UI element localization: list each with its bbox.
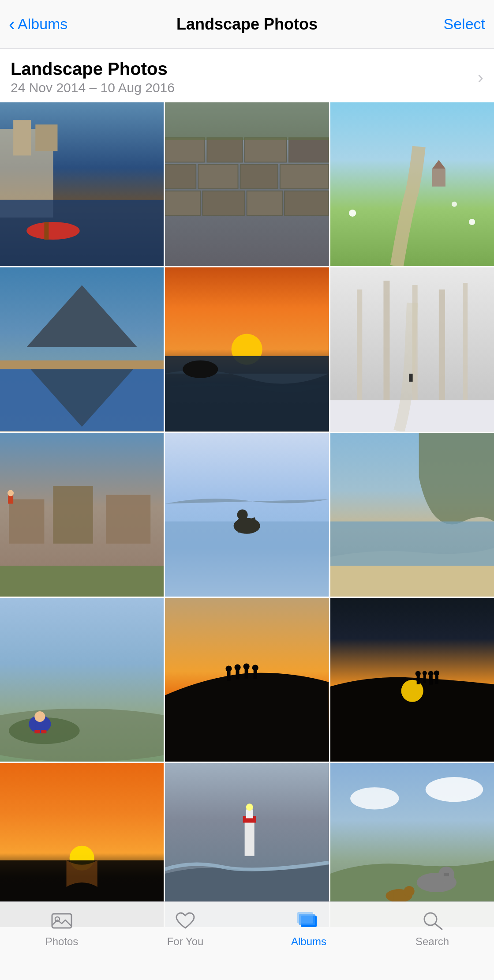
album-title: Landscape Photos <box>11 59 175 79</box>
album-info: Landscape Photos 24 Nov 2014 – 10 Aug 20… <box>11 59 175 95</box>
svg-rect-17 <box>203 191 245 215</box>
tab-albums[interactable]: Albums <box>247 910 370 948</box>
svg-line-110 <box>435 924 442 929</box>
svg-rect-82 <box>429 676 432 685</box>
photo-1[interactable] <box>0 102 164 266</box>
svg-rect-21 <box>330 102 494 266</box>
svg-rect-48 <box>0 566 164 597</box>
svg-marker-26 <box>432 160 445 169</box>
svg-rect-19 <box>284 191 329 215</box>
tab-for-you[interactable]: For You <box>124 910 247 948</box>
svg-rect-84 <box>435 676 438 684</box>
tab-photos[interactable]: Photos <box>0 910 124 948</box>
svg-rect-15 <box>280 165 329 189</box>
svg-point-101 <box>404 886 414 897</box>
svg-rect-14 <box>240 165 278 189</box>
svg-rect-63 <box>35 720 44 731</box>
svg-point-71 <box>235 665 241 671</box>
tab-photos-label: Photos <box>45 935 79 948</box>
svg-point-5 <box>26 222 79 240</box>
svg-rect-45 <box>9 499 44 543</box>
nav-title: Landscape Photos <box>176 15 318 34</box>
svg-point-97 <box>438 867 454 882</box>
svg-rect-58 <box>330 521 494 565</box>
photos-icon <box>49 910 75 931</box>
svg-rect-27 <box>0 267 164 431</box>
photo-3[interactable] <box>330 102 494 266</box>
svg-point-69 <box>226 666 232 672</box>
svg-point-102 <box>350 788 399 810</box>
svg-rect-72 <box>245 669 248 679</box>
svg-rect-31 <box>0 360 164 369</box>
svg-rect-91 <box>243 816 256 823</box>
svg-rect-3 <box>35 124 57 151</box>
svg-point-61 <box>9 717 80 744</box>
svg-rect-80 <box>423 675 426 683</box>
svg-rect-4 <box>0 200 164 267</box>
svg-point-23 <box>452 202 457 207</box>
svg-point-22 <box>349 210 356 217</box>
album-date-range: 24 Nov 2014 – 10 Aug 2016 <box>11 80 175 95</box>
photo-6[interactable] <box>330 267 494 431</box>
svg-rect-2 <box>13 120 31 155</box>
svg-rect-49 <box>8 495 13 503</box>
photo-8[interactable] <box>165 433 329 597</box>
svg-rect-8 <box>165 138 205 162</box>
svg-marker-30 <box>26 365 137 427</box>
svg-rect-1 <box>0 129 53 218</box>
svg-point-53 <box>234 518 260 533</box>
tab-for-you-label: For You <box>167 935 204 948</box>
svg-point-95 <box>416 873 456 892</box>
svg-rect-55 <box>251 517 258 529</box>
back-button[interactable]: ‹ Albums <box>9 15 67 34</box>
photo-2[interactable] <box>165 102 329 266</box>
svg-point-109 <box>424 913 437 925</box>
photo-7[interactable] <box>0 433 164 597</box>
tab-albums-label: Albums <box>291 935 326 948</box>
albums-icon <box>296 910 322 931</box>
svg-rect-54 <box>238 519 242 532</box>
svg-rect-25 <box>432 169 445 187</box>
photo-11[interactable] <box>165 598 329 762</box>
svg-rect-68 <box>227 671 231 681</box>
album-detail-chevron-icon[interactable]: › <box>478 68 483 87</box>
svg-rect-37 <box>357 290 362 423</box>
svg-rect-46 <box>53 486 93 543</box>
svg-rect-41 <box>463 283 468 420</box>
svg-point-99 <box>385 889 412 902</box>
svg-point-77 <box>401 680 423 702</box>
photo-9[interactable] <box>330 433 494 597</box>
svg-rect-90 <box>245 821 254 856</box>
svg-rect-44 <box>0 433 164 597</box>
svg-point-93 <box>246 804 253 811</box>
photo-12[interactable] <box>330 598 494 762</box>
svg-point-103 <box>425 777 483 802</box>
svg-rect-43 <box>409 374 412 382</box>
back-chevron-icon: ‹ <box>9 15 15 34</box>
svg-point-24 <box>469 219 475 225</box>
tab-bar: Photos For You Albums Search <box>0 901 494 980</box>
svg-point-35 <box>183 360 218 378</box>
svg-point-87 <box>70 846 94 871</box>
svg-rect-76 <box>330 598 494 762</box>
svg-rect-59 <box>0 598 164 762</box>
svg-point-85 <box>434 671 439 676</box>
for-you-icon <box>172 910 198 931</box>
svg-rect-9 <box>207 138 243 162</box>
photo-10[interactable] <box>0 598 164 762</box>
svg-rect-7 <box>165 102 329 266</box>
tab-search[interactable]: Search <box>370 910 494 948</box>
photo-5[interactable] <box>165 267 329 431</box>
svg-rect-70 <box>236 670 240 680</box>
svg-point-62 <box>29 715 51 733</box>
svg-rect-36 <box>330 267 494 431</box>
svg-rect-100 <box>393 890 398 900</box>
tab-search-label: Search <box>415 935 449 948</box>
svg-rect-57 <box>330 433 494 597</box>
svg-rect-65 <box>34 730 40 733</box>
photo-grid <box>0 102 494 927</box>
svg-rect-6 <box>44 222 49 240</box>
photo-4[interactable] <box>0 267 164 431</box>
select-button[interactable]: Select <box>444 15 486 33</box>
svg-rect-40 <box>439 290 445 423</box>
